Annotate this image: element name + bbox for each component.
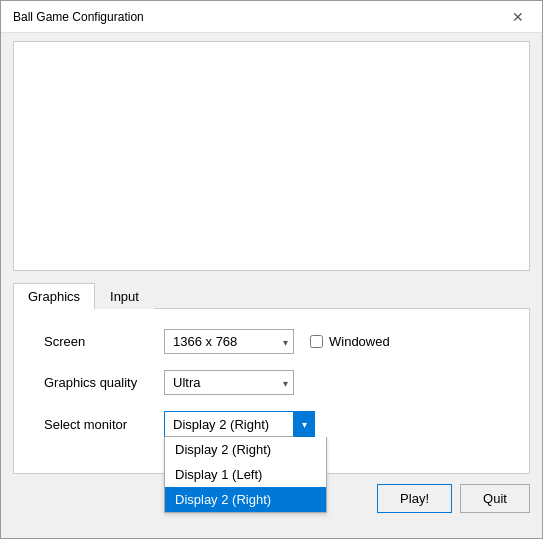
graphics-quality-select[interactable]: Ultra High Medium Low bbox=[164, 370, 294, 395]
graphics-quality-label: Graphics quality bbox=[44, 375, 164, 390]
main-window: Ball Game Configuration ✕ Graphics Input… bbox=[0, 0, 543, 539]
select-monitor-dropdown-list: Display 2 (Right) Display 1 (Left) Displ… bbox=[164, 437, 327, 513]
monitor-option-display2-right-2[interactable]: Display 2 (Right) bbox=[165, 487, 326, 512]
select-monitor-arrow-icon: ▾ bbox=[302, 419, 307, 430]
screen-row: Screen 1366 x 768 1920 x 1080 1280 x 720… bbox=[44, 329, 499, 354]
select-monitor-label: Select monitor bbox=[44, 417, 164, 432]
graphics-quality-control: Ultra High Medium Low ▾ bbox=[164, 370, 294, 395]
screen-label: Screen bbox=[44, 334, 164, 349]
tabs: Graphics Input bbox=[13, 283, 530, 309]
windowed-checkbox[interactable] bbox=[310, 335, 323, 348]
monitor-option-display2-right-1[interactable]: Display 2 (Right) bbox=[165, 437, 326, 462]
tab-content-graphics: Screen 1366 x 768 1920 x 1080 1280 x 720… bbox=[13, 309, 530, 474]
screen-select[interactable]: 1366 x 768 1920 x 1080 1280 x 720 bbox=[164, 329, 294, 354]
play-button[interactable]: Play! bbox=[377, 484, 452, 513]
graphics-quality-select-wrapper: Ultra High Medium Low ▾ bbox=[164, 370, 294, 395]
close-button[interactable]: ✕ bbox=[506, 5, 530, 29]
select-monitor-row: Select monitor Display 2 (Right) ▾ Displ… bbox=[44, 411, 499, 437]
select-monitor-control: Display 2 (Right) ▾ Display 2 (Right) Di… bbox=[164, 411, 315, 437]
title-bar: Ball Game Configuration ✕ bbox=[1, 1, 542, 33]
windowed-label: Windowed bbox=[329, 334, 390, 349]
tab-container: Graphics Input Screen 1366 x 768 1920 x … bbox=[13, 283, 530, 474]
monitor-option-display1-left[interactable]: Display 1 (Left) bbox=[165, 462, 326, 487]
select-monitor-value: Display 2 (Right) bbox=[173, 417, 269, 432]
quit-button[interactable]: Quit bbox=[460, 484, 530, 513]
tab-graphics[interactable]: Graphics bbox=[13, 283, 95, 309]
window-title: Ball Game Configuration bbox=[13, 10, 144, 24]
windowed-row: Windowed bbox=[310, 334, 390, 349]
preview-area bbox=[13, 41, 530, 271]
graphics-quality-row: Graphics quality Ultra High Medium Low ▾ bbox=[44, 370, 499, 395]
screen-control: 1366 x 768 1920 x 1080 1280 x 720 ▾ Wind… bbox=[164, 329, 390, 354]
tab-input[interactable]: Input bbox=[95, 283, 154, 309]
screen-select-wrapper: 1366 x 768 1920 x 1080 1280 x 720 ▾ bbox=[164, 329, 294, 354]
select-monitor-selected[interactable]: Display 2 (Right) bbox=[164, 411, 294, 437]
select-monitor-dropdown-btn[interactable]: ▾ bbox=[294, 411, 315, 437]
